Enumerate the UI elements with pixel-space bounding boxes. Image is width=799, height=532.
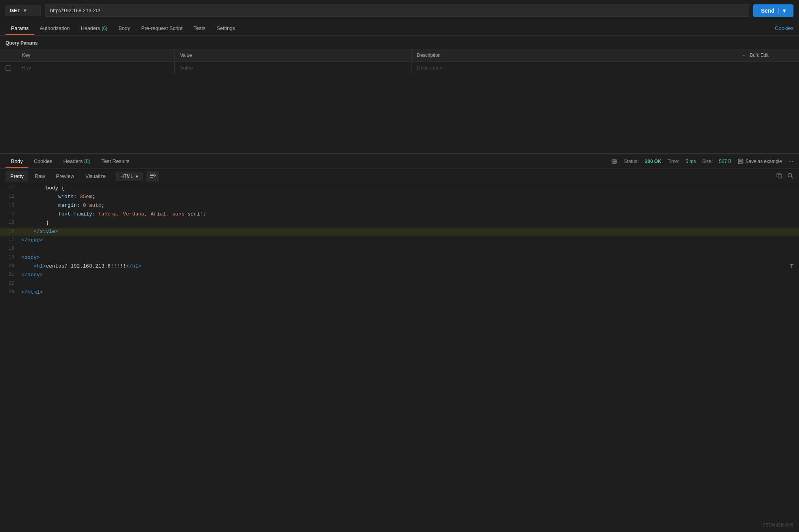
row-value-cell: Value: [174, 62, 411, 74]
row-actions-cell: [736, 62, 799, 74]
response-more-options-icon[interactable]: ···: [788, 158, 793, 165]
line-number: 20: [0, 262, 20, 270]
col-actions-header: ··· Bulk Edit: [736, 49, 799, 62]
line-number: 11: [0, 184, 20, 191]
response-status-bar: Status: 200 OK Time: 5 ms Size: 507 B Sa…: [611, 158, 793, 165]
copy-icon[interactable]: [776, 172, 782, 180]
svg-line-12: [792, 176, 793, 178]
tab-params[interactable]: Params: [6, 21, 34, 35]
more-options-icon[interactable]: ···: [741, 52, 745, 58]
tab-authorization[interactable]: Authorization: [34, 21, 75, 35]
line-content: width: 35em;: [20, 193, 799, 200]
cookies-link[interactable]: Cookies: [775, 25, 793, 31]
code-line: 14 font-family: Tahoma, Verdana, Arial, …: [0, 210, 799, 219]
wrap-button[interactable]: [146, 171, 159, 182]
watermark: CSDN @科学熊: [763, 522, 793, 528]
response-headers-badge: (8): [84, 158, 90, 164]
status-label: Status:: [624, 159, 638, 164]
line-number: 12: [0, 193, 20, 200]
response-tabs-bar: Body Cookies Headers (8) Test Results St…: [0, 154, 799, 169]
code-line: 15 }: [0, 219, 799, 228]
code-line: 19<body>: [0, 254, 799, 262]
body-tab-pretty[interactable]: Pretty: [6, 171, 28, 182]
line-number: 22: [0, 280, 20, 287]
code-viewer: 11 body {12 width: 35em;13 margin: 0 aut…: [0, 184, 799, 297]
code-line: 18: [0, 245, 799, 254]
status-value: 200 OK: [645, 159, 661, 164]
body-tab-visualize[interactable]: Visualize: [80, 171, 110, 182]
line-content: [20, 245, 799, 247]
response-tab-body[interactable]: Body: [6, 154, 28, 168]
time-label: Time:: [668, 159, 679, 164]
line-number: 14: [0, 210, 20, 217]
response-section: Body Cookies Headers (8) Test Results St…: [0, 153, 799, 297]
copy-svg: [776, 172, 782, 179]
line-number: 18: [0, 245, 20, 252]
col-desc-header: Description: [411, 49, 736, 62]
params-table: Key Value Description ··· Bulk Edit Key …: [0, 49, 799, 74]
search-svg: [787, 172, 793, 179]
send-label: Send: [761, 7, 775, 14]
line-content: </style>: [20, 228, 799, 235]
code-line: 17</head>: [0, 236, 799, 245]
url-input[interactable]: [45, 4, 749, 17]
url-bar: GET ▾ Send ▾: [0, 0, 799, 21]
method-label: GET: [10, 7, 21, 13]
save-example-button[interactable]: Save as example: [738, 159, 782, 164]
tab-settings[interactable]: Settings: [211, 21, 241, 35]
body-tabs-bar: Pretty Raw Preview Visualize HTML ▾: [0, 169, 799, 184]
code-line: 22: [0, 280, 799, 288]
line-content: </body>: [20, 271, 799, 279]
t-icon[interactable]: T: [785, 262, 799, 270]
code-line: 12 width: 35em;: [0, 193, 799, 202]
code-line: 11 body {: [0, 184, 799, 193]
size-label: Size:: [702, 159, 713, 164]
row-key-cell: Key: [17, 62, 174, 74]
line-number: 13: [0, 202, 20, 209]
line-number: 17: [0, 236, 20, 244]
line-content: </head>: [20, 236, 799, 244]
format-chevron-icon: ▾: [136, 174, 138, 179]
code-line: 13 margin: 0 auto;: [0, 202, 799, 210]
response-tab-headers[interactable]: Headers (8): [58, 154, 96, 168]
method-chevron-icon: ▾: [24, 7, 26, 13]
format-label: HTML: [120, 174, 133, 179]
svg-rect-10: [778, 174, 782, 178]
send-button[interactable]: Send ▾: [753, 4, 793, 17]
line-content: margin: 0 auto;: [20, 202, 799, 209]
body-actions: [776, 172, 793, 180]
headers-badge: (6): [101, 26, 107, 31]
bulk-edit-button[interactable]: Bulk Edit: [750, 52, 768, 58]
row-checkbox-cell: [0, 62, 17, 74]
line-content: [20, 280, 799, 281]
line-number: 21: [0, 271, 20, 278]
body-tab-preview[interactable]: Preview: [51, 171, 79, 182]
format-select[interactable]: HTML ▾: [116, 172, 142, 181]
line-content: </html>: [20, 288, 799, 296]
col-key-header: Key: [17, 49, 174, 62]
row-desc-cell: Description: [411, 62, 736, 74]
code-line: 16 </style>: [0, 228, 799, 236]
response-tab-test-results[interactable]: Test Results: [96, 154, 135, 168]
tab-body[interactable]: Body: [113, 21, 136, 35]
col-value-header: Value: [174, 49, 411, 62]
code-line: 23</html>: [0, 288, 799, 297]
method-select[interactable]: GET ▾: [6, 5, 41, 16]
query-params-title: Query Params: [0, 36, 799, 49]
body-tab-raw[interactable]: Raw: [30, 171, 50, 182]
search-icon[interactable]: [787, 172, 793, 180]
line-number: 23: [0, 288, 20, 296]
row-checkbox[interactable]: [6, 65, 11, 71]
size-value: 507 B: [719, 159, 731, 164]
response-tab-cookies[interactable]: Cookies: [28, 154, 58, 168]
line-number: 19: [0, 254, 20, 261]
tab-pre-request-script[interactable]: Pre-request Script: [136, 21, 188, 35]
line-content: <h1>centos7 192.168.213.6!!!!!</h1>: [20, 262, 785, 270]
line-content: }: [20, 219, 799, 227]
send-chevron-icon: ▾: [778, 7, 786, 14]
table-row: Key Value Description: [0, 62, 799, 74]
tab-tests[interactable]: Tests: [188, 21, 211, 35]
tab-headers[interactable]: Headers (6): [75, 21, 113, 35]
request-tabs-bar: Params Authorization Headers (6) Body Pr…: [0, 21, 799, 36]
code-line: 21</body>: [0, 271, 799, 280]
